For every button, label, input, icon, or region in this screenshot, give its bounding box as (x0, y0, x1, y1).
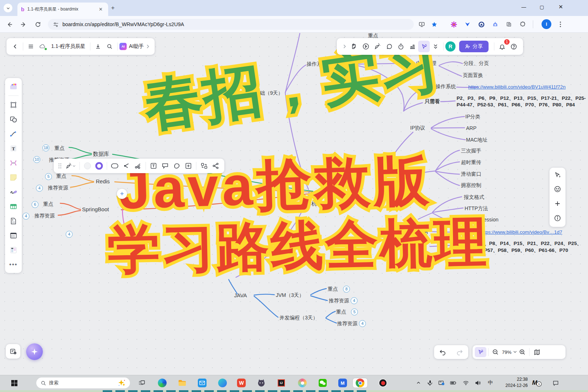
frame-icon[interactable] (8, 99, 19, 110)
tray-m1-app-icon[interactable]: M 1 (532, 378, 542, 388)
mail-icon[interactable] (197, 378, 207, 388)
tab-search-chevron-icon[interactable] (4, 4, 12, 12)
mindmap-node[interactable]: 报文格式 (464, 194, 484, 200)
mindmap-node[interactable]: 只需看 (425, 98, 440, 105)
download-icon[interactable] (92, 41, 104, 52)
notification-center-icon[interactable] (551, 378, 560, 388)
mindmap-node[interactable]: 重点 (56, 173, 66, 179)
kanban-icon[interactable] (8, 245, 19, 256)
minimap-icon[interactable] (531, 346, 542, 358)
tray-expand-icon[interactable] (414, 378, 423, 388)
mindmap-node[interactable]: P44-47、P52-53、P61、P66、P70、P76、P80、P84 (457, 102, 575, 108)
sticky-note-icon[interactable] (8, 172, 19, 183)
oval-shape-icon[interactable] (109, 160, 121, 172)
comment-icon[interactable] (383, 41, 395, 52)
follow-cursor-icon[interactable] (554, 171, 561, 180)
mindmap-node[interactable]: 并发编程（3天） (279, 315, 318, 321)
ai-assistant-fab[interactable] (26, 343, 43, 360)
mindmap-node[interactable]: 分段、分页 (464, 60, 489, 66)
callout-icon[interactable] (159, 160, 171, 172)
ext-v-icon[interactable] (462, 19, 473, 29)
zoom-level[interactable]: 79% (502, 350, 511, 355)
zoom-out-icon[interactable] (490, 346, 501, 358)
tray-battery-icon[interactable] (449, 378, 458, 388)
tray-mic-icon[interactable] (425, 378, 435, 388)
mindmap-count-badge[interactable]: 10 (33, 156, 40, 163)
chart-widget-icon[interactable] (407, 41, 418, 52)
table-icon[interactable] (8, 201, 19, 212)
insert-node-icon[interactable] (183, 160, 194, 172)
file-explorer-icon[interactable] (177, 378, 187, 388)
mindmap-node[interactable]: 推荐资源 (34, 213, 55, 219)
mindmap-count-badge[interactable]: 5 (351, 309, 358, 315)
edge-icon[interactable] (158, 378, 167, 388)
connector-line-icon[interactable] (121, 160, 132, 172)
share-node-icon[interactable] (210, 160, 221, 172)
add-child-node-button[interactable]: + (117, 189, 127, 199)
task-view-icon[interactable] (137, 378, 147, 388)
ai-assistant-button[interactable]: AI AI助手 (119, 43, 144, 50)
mindmap-node[interactable]: 三次握手 (461, 148, 481, 154)
zoom-in-icon[interactable] (517, 346, 527, 358)
extensions-puzzle-icon[interactable] (518, 19, 528, 29)
mindmap-node[interactable]: 页面置换 (463, 72, 483, 78)
mindmap-count-badge[interactable]: 6 (32, 201, 38, 208)
info-icon[interactable] (554, 215, 561, 223)
cat-app-icon[interactable] (257, 378, 266, 388)
canvas-pages-button[interactable] (6, 344, 20, 359)
mindmap-node[interactable]: 重点 (328, 286, 338, 292)
ext-copy-icon[interactable] (504, 19, 514, 29)
resources-icon[interactable] (8, 81, 19, 92)
window-close-button[interactable]: ✕ (552, 0, 569, 14)
tray-clock[interactable]: 22:38 2024-12-26 (500, 376, 528, 389)
window-maximize-button[interactable]: ▢ (534, 0, 550, 14)
ext-circle-icon[interactable] (476, 19, 486, 29)
text-box-icon[interactable] (148, 160, 159, 172)
zoom-menu-chevron-icon[interactable] (513, 349, 517, 355)
mindmap-link-node[interactable]: ttps://www.bilibili.com/video/Bv…1d7 (483, 229, 562, 235)
install-app-icon[interactable] (417, 19, 427, 29)
add-page-icon[interactable] (554, 200, 561, 209)
wechat-icon[interactable] (318, 378, 327, 388)
mindmap-node[interactable]: JVM（3天） (276, 292, 304, 298)
fill-none-swatch[interactable] (82, 160, 93, 172)
mindmap-node[interactable]: SpringBoot (82, 206, 109, 212)
mindmap-node[interactable]: P57、P58、P59、P60、P61-66、P70 (484, 247, 568, 253)
play-demo-icon[interactable] (360, 41, 372, 52)
emoji-reaction-icon[interactable] (554, 185, 561, 194)
sticker-icon[interactable] (348, 41, 360, 52)
select-cursor-icon[interactable] (418, 41, 430, 52)
document-title[interactable]: 1.1-程序员辰星 (51, 43, 85, 50)
back-icon[interactable] (9, 41, 21, 52)
mindmap-node[interactable]: ARP (466, 125, 477, 131)
window-minimize-button[interactable]: — (515, 0, 532, 14)
mindmap-node[interactable]: JAVA (234, 292, 247, 298)
mindmap-node[interactable]: 数据库 (93, 151, 109, 157)
wps-icon[interactable]: W (237, 378, 246, 388)
mindmap-count-badge[interactable]: 4 (351, 297, 358, 304)
stroke-color-swatch[interactable] (93, 160, 105, 172)
mindmap-node[interactable]: 重点 (54, 145, 65, 151)
mindmap-count-badge[interactable]: 4 (23, 213, 29, 220)
text-tool-icon[interactable]: T (8, 143, 19, 154)
pen-icon[interactable] (8, 187, 19, 197)
tab-close-icon[interactable]: ✕ (97, 6, 105, 13)
mindmap-count-badge[interactable]: 18 (42, 144, 49, 151)
mindmap-count-badge[interactable]: 4 (359, 320, 366, 327)
restructure-icon[interactable] (198, 160, 210, 172)
ext-helmet-icon[interactable] (490, 19, 500, 29)
mindmap-node[interactable]: 重点 (336, 309, 346, 315)
mindmap-count-badge[interactable]: 4 (36, 185, 43, 192)
notifications-bell-icon[interactable]: 1 (496, 41, 508, 52)
menu-icon[interactable] (25, 41, 37, 52)
chevron-right-icon[interactable] (144, 41, 152, 52)
redo-icon[interactable] (455, 347, 465, 357)
mindmap-node[interactable]: 拥塞控制 (461, 182, 481, 188)
site-settings-icon[interactable] (53, 21, 59, 27)
share-button[interactable]: 分享 (459, 41, 489, 52)
mindmap-node[interactable]: P2、P3、P6、P9、P12、P13、P15、P17-21、P22、P25- (457, 95, 586, 101)
browser-tab[interactable]: b 1.1-程序员辰星 - boardmix ✕ (17, 3, 108, 16)
mindmap-count-badge[interactable]: 5 (45, 173, 52, 180)
mindmap-count-badge[interactable]: 8 (343, 286, 350, 293)
mindmap-node[interactable]: 超时重传 (461, 159, 481, 166)
